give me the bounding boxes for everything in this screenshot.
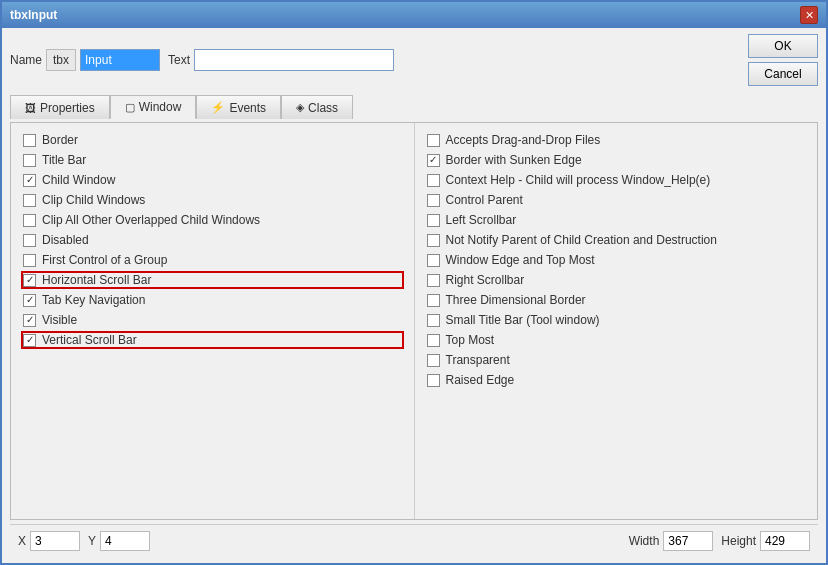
tab-class[interactable]: ◈ Class — [281, 95, 353, 119]
label-accepts-drag: Accepts Drag-and-Drop Files — [446, 133, 601, 147]
ok-cancel-group: OK Cancel — [748, 34, 818, 86]
events-icon: ⚡ — [211, 101, 225, 114]
x-label: X — [18, 534, 26, 548]
checkbox-row-title-bar: Title Bar — [21, 151, 404, 169]
checkbox-first-control[interactable] — [23, 254, 36, 267]
checkbox-row-top-most: Top Most — [425, 331, 808, 349]
checkbox-vertical-scroll[interactable] — [23, 334, 36, 347]
left-column: BorderTitle BarChild WindowClip Child Wi… — [11, 123, 415, 519]
checkbox-horizontal-scroll[interactable] — [23, 274, 36, 287]
x-input[interactable] — [30, 531, 80, 551]
label-clip-all-other: Clip All Other Overlapped Child Windows — [42, 213, 260, 227]
checkbox-row-accepts-drag: Accepts Drag-and-Drop Files — [425, 131, 808, 149]
checkbox-visible[interactable] — [23, 314, 36, 327]
checkbox-window-edge[interactable] — [427, 254, 440, 267]
checkbox-right-scrollbar[interactable] — [427, 274, 440, 287]
checkbox-border[interactable] — [23, 134, 36, 147]
label-vertical-scroll: Vertical Scroll Bar — [42, 333, 137, 347]
cancel-button[interactable]: Cancel — [748, 62, 818, 86]
checkbox-row-horizontal-scroll: Horizontal Scroll Bar — [21, 271, 404, 289]
checkbox-small-title-bar[interactable] — [427, 314, 440, 327]
close-button[interactable]: ✕ — [800, 6, 818, 24]
checkbox-not-notify[interactable] — [427, 234, 440, 247]
height-input[interactable] — [760, 531, 810, 551]
label-left-scrollbar: Left Scrollbar — [446, 213, 517, 227]
checkbox-tab-key-nav[interactable] — [23, 294, 36, 307]
label-visible: Visible — [42, 313, 77, 327]
label-top-most: Top Most — [446, 333, 495, 347]
checkbox-row-first-control: First Control of a Group — [21, 251, 404, 269]
tab-class-label: Class — [308, 101, 338, 115]
checkbox-clip-all-other[interactable] — [23, 214, 36, 227]
checkbox-disabled[interactable] — [23, 234, 36, 247]
class-icon: ◈ — [296, 101, 304, 114]
properties-icon: 🖼 — [25, 102, 36, 114]
checkbox-top-most[interactable] — [427, 334, 440, 347]
name-input[interactable] — [80, 49, 160, 71]
checkbox-row-window-edge: Window Edge and Top Most — [425, 251, 808, 269]
tab-window-label: Window — [139, 100, 182, 114]
tab-window[interactable]: ▢ Window — [110, 95, 197, 119]
checkbox-child-window[interactable] — [23, 174, 36, 187]
content-area: Name tbx Text OK Cancel 🖼 Properties ▢ W… — [2, 28, 826, 563]
tabs: 🖼 Properties ▢ Window ⚡ Events ◈ Class — [10, 94, 818, 118]
checkbox-transparent[interactable] — [427, 354, 440, 367]
tab-properties[interactable]: 🖼 Properties — [10, 95, 110, 119]
width-label: Width — [629, 534, 660, 548]
height-label: Height — [721, 534, 756, 548]
checkbox-context-help[interactable] — [427, 174, 440, 187]
checkbox-clip-child-windows[interactable] — [23, 194, 36, 207]
checkbox-raised-edge[interactable] — [427, 374, 440, 387]
checkbox-row-control-parent: Control Parent — [425, 191, 808, 209]
label-border: Border — [42, 133, 78, 147]
checkbox-border-sunken[interactable] — [427, 154, 440, 167]
text-input[interactable] — [194, 49, 394, 71]
checkbox-row-transparent: Transparent — [425, 351, 808, 369]
top-row: Name tbx Text OK Cancel — [10, 34, 818, 86]
label-right-scrollbar: Right Scrollbar — [446, 273, 525, 287]
checkbox-left-scrollbar[interactable] — [427, 214, 440, 227]
checkbox-row-border: Border — [21, 131, 404, 149]
checkbox-row-three-dim-border: Three Dimensional Border — [425, 291, 808, 309]
bottom-row: X Y Width Height — [10, 524, 818, 557]
label-raised-edge: Raised Edge — [446, 373, 515, 387]
y-input[interactable] — [100, 531, 150, 551]
checkbox-row-clip-all-other: Clip All Other Overlapped Child Windows — [21, 211, 404, 229]
label-horizontal-scroll: Horizontal Scroll Bar — [42, 273, 151, 287]
checkbox-title-bar[interactable] — [23, 154, 36, 167]
name-prefix: tbx — [46, 49, 76, 71]
main-window: tbxInput ✕ Name tbx Text OK Cancel 🖼 Pr — [0, 0, 828, 565]
width-field: Width — [629, 531, 714, 551]
y-field: Y — [88, 531, 150, 551]
main-panel: BorderTitle BarChild WindowClip Child Wi… — [10, 122, 818, 520]
x-field: X — [18, 531, 80, 551]
checkbox-row-right-scrollbar: Right Scrollbar — [425, 271, 808, 289]
label-three-dim-border: Three Dimensional Border — [446, 293, 586, 307]
checkbox-row-small-title-bar: Small Title Bar (Tool window) — [425, 311, 808, 329]
checkbox-accepts-drag[interactable] — [427, 134, 440, 147]
tab-properties-label: Properties — [40, 101, 95, 115]
checkbox-row-not-notify: Not Notify Parent of Child Creation and … — [425, 231, 808, 249]
checkbox-row-disabled: Disabled — [21, 231, 404, 249]
checkbox-row-clip-child-windows: Clip Child Windows — [21, 191, 404, 209]
ok-button[interactable]: OK — [748, 34, 818, 58]
label-control-parent: Control Parent — [446, 193, 523, 207]
checkbox-row-tab-key-nav: Tab Key Navigation — [21, 291, 404, 309]
checkbox-control-parent[interactable] — [427, 194, 440, 207]
name-label: Name — [10, 53, 42, 67]
checkbox-row-vertical-scroll: Vertical Scroll Bar — [21, 331, 404, 349]
text-label: Text — [168, 53, 190, 67]
checkbox-row-context-help: Context Help - Child will process Window… — [425, 171, 808, 189]
label-small-title-bar: Small Title Bar (Tool window) — [446, 313, 600, 327]
columns-area: BorderTitle BarChild WindowClip Child Wi… — [11, 123, 817, 519]
label-disabled: Disabled — [42, 233, 89, 247]
y-label: Y — [88, 534, 96, 548]
height-field: Height — [721, 531, 810, 551]
width-input[interactable] — [663, 531, 713, 551]
right-column: Accepts Drag-and-Drop FilesBorder with S… — [415, 123, 818, 519]
text-field-group: Text — [168, 49, 394, 71]
checkbox-three-dim-border[interactable] — [427, 294, 440, 307]
window-title: tbxInput — [10, 8, 57, 22]
label-title-bar: Title Bar — [42, 153, 86, 167]
tab-events[interactable]: ⚡ Events — [196, 95, 281, 119]
